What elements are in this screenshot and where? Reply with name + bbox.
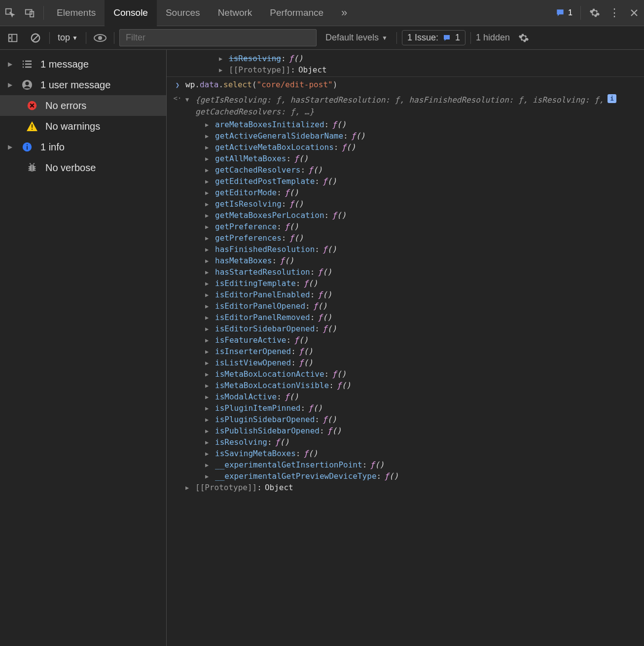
object-summary[interactable]: ▼ {getIsResolving: ƒ, hasStartedResoluti… — [185, 93, 640, 119]
sidebar-item-user-messages[interactable]: ▶ 1 user message — [0, 74, 166, 95]
sidebar-item-errors[interactable]: No errors — [0, 95, 166, 116]
info-badge-icon[interactable]: i — [608, 94, 616, 103]
svg-line-6 — [33, 35, 38, 40]
console-settings-icon[interactable] — [515, 29, 533, 47]
sidebar-item-verbose[interactable]: No verbose — [0, 157, 166, 178]
live-expression-icon[interactable] — [91, 29, 109, 47]
object-property[interactable]: ▶isMetaBoxLocationVisible: ƒ () — [205, 380, 640, 391]
sidebar-item-label: No warnings — [45, 121, 100, 132]
chevron-right-icon: ▶ — [205, 212, 211, 219]
sidebar-item-messages[interactable]: ▶ 1 message — [0, 54, 166, 74]
kebab-menu-icon[interactable]: ⋮ — [605, 0, 624, 26]
object-property[interactable]: ▶isFeatureActive: ƒ () — [205, 334, 640, 346]
info-icon — [21, 141, 34, 153]
object-property[interactable]: ▶isEditorPanelEnabled: ƒ () — [205, 289, 640, 300]
property-name: isEditorPanelRemoved — [215, 313, 310, 322]
chevron-right-icon: ▶ — [205, 178, 211, 185]
sidebar-item-warnings[interactable]: No warnings — [0, 116, 166, 137]
object-property[interactable]: ▶isPluginSidebarOpened: ƒ () — [205, 414, 640, 425]
more-tabs-icon[interactable]: » — [332, 0, 356, 26]
device-toggle-icon[interactable] — [20, 0, 39, 26]
chevron-right-icon: ▶ — [205, 348, 211, 355]
object-property[interactable]: ▶__experimentalGetPreviewDeviceType: ƒ (… — [205, 470, 640, 482]
property-name: isResolving — [229, 54, 281, 63]
hidden-count: 1 hidden — [476, 33, 510, 43]
console-sidebar: ▶ 1 message ▶ 1 user message No errors N… — [0, 50, 167, 646]
close-icon[interactable] — [624, 0, 644, 26]
object-property[interactable]: ▶ [[Prototype]]: Object — [219, 64, 640, 75]
tab-network[interactable]: Network — [209, 0, 261, 26]
settings-icon[interactable] — [585, 0, 605, 26]
object-property[interactable]: ▶hasFinishedResolution: ƒ () — [205, 244, 640, 255]
property-value: ƒ — [332, 211, 337, 220]
chevron-right-icon: ▶ — [219, 67, 225, 73]
filter-input[interactable] — [119, 29, 317, 46]
object-property[interactable]: ▶__experimentalGetInsertionPoint: ƒ () — [205, 459, 640, 470]
console-output[interactable]: ▶ isResolving: ƒ () ▶ [[Prototype]]: Obj… — [167, 50, 644, 646]
inspect-icon[interactable] — [0, 0, 20, 26]
object-property[interactable]: ▶isEditorPanelRemoved: ƒ () — [205, 312, 640, 323]
object-property[interactable]: ▶hasMetaBoxes: ƒ () — [205, 255, 640, 266]
chevron-right-icon: ▶ — [205, 235, 211, 242]
property-value: ƒ — [318, 290, 322, 299]
property-name: isPublishSidebarOpened — [215, 426, 320, 435]
object-property[interactable]: ▶isPluginItemPinned: ƒ () — [205, 402, 640, 414]
svg-point-8 — [98, 36, 102, 40]
messages-badge[interactable]: 1 — [551, 8, 576, 18]
object-property[interactable]: ▶hasStartedResolution: ƒ () — [205, 266, 640, 278]
object-property[interactable]: ▶isEditingTemplate: ƒ () — [205, 278, 640, 289]
object-property[interactable]: ▶getActiveMetaBoxLocations: ƒ () — [205, 142, 640, 153]
object-property[interactable]: ▶isSavingMetaBoxes: ƒ () — [205, 448, 640, 459]
object-property[interactable]: ▶isInserterOpened: ƒ () — [205, 346, 640, 357]
object-property[interactable]: ▶getPreference: ƒ () — [205, 221, 640, 232]
sidebar-toggle-icon[interactable] — [4, 29, 22, 47]
chevron-down-icon: ▼ — [185, 96, 191, 103]
divider — [114, 32, 114, 44]
object-property[interactable]: ▶getAllMetaBoxes: ƒ () — [205, 153, 640, 164]
tab-elements[interactable]: Elements — [48, 0, 105, 26]
tab-performance[interactable]: Performance — [261, 0, 332, 26]
property-name: getPreferences — [215, 233, 282, 243]
context-selector[interactable]: top ▼ — [55, 33, 81, 43]
sidebar-item-label: No errors — [45, 100, 86, 111]
issues-button[interactable]: 1 Issue: 1 — [402, 30, 465, 45]
property-name: isFeatureActive — [215, 335, 286, 345]
object-property[interactable]: ▶getCachedResolvers: ƒ () — [205, 164, 640, 176]
object-property[interactable]: ▶ isResolving: ƒ () — [219, 53, 640, 64]
tab-sources[interactable]: Sources — [157, 0, 209, 26]
tab-console[interactable]: Console — [105, 0, 157, 26]
property-value: ƒ — [322, 415, 327, 424]
sidebar-item-info[interactable]: ▶ 1 info — [0, 137, 166, 157]
object-property[interactable]: ▶getEditorMode: ƒ () — [205, 187, 640, 198]
input-prompt-icon: ❯ — [171, 80, 184, 89]
object-property[interactable]: ▶isEditorPanelOpened: ƒ () — [205, 300, 640, 312]
divider — [396, 32, 397, 44]
property-value: ƒ — [318, 267, 322, 277]
property-value: ƒ — [322, 324, 327, 333]
object-property[interactable]: ▶isPublishSidebarOpened: ƒ () — [205, 425, 640, 436]
object-property[interactable]: ▶isListViewOpened: ƒ () — [205, 357, 640, 368]
object-property[interactable]: ▶getPreferences: ƒ () — [205, 232, 640, 244]
chevron-right-icon: ▶ — [8, 144, 14, 150]
object-property[interactable]: ▶isMetaBoxLocationActive: ƒ () — [205, 368, 640, 380]
property-name: isEditorPanelOpened — [215, 301, 305, 311]
chevron-down-icon: ▼ — [382, 35, 388, 41]
property-value: Object — [265, 483, 293, 492]
object-property[interactable]: ▶getMetaBoxesPerLocation: ƒ () — [205, 210, 640, 221]
object-property[interactable]: ▶getActiveGeneralSidebarName: ƒ () — [205, 130, 640, 142]
object-property[interactable]: ▶getEditedPostTemplate: ƒ () — [205, 176, 640, 187]
object-property[interactable]: ▶getIsResolving: ƒ () — [205, 198, 640, 210]
object-property[interactable]: ▶areMetaBoxesInitialized: ƒ () — [205, 119, 640, 130]
log-levels-selector[interactable]: Default levels ▼ — [322, 33, 392, 43]
property-value: ƒ — [303, 279, 308, 288]
property-name: isSavingMetaBoxes — [215, 449, 296, 458]
sidebar-item-label: 1 info — [40, 142, 65, 153]
property-name: isListViewOpened — [215, 358, 291, 367]
object-property[interactable]: ▶isResolving: ƒ () — [205, 436, 640, 448]
chevron-right-icon: ▶ — [205, 155, 211, 162]
object-property[interactable]: ▶isEditorSidebarOpened: ƒ () — [205, 323, 640, 334]
object-property[interactable]: ▶isModalActive: ƒ () — [205, 391, 640, 402]
clear-console-icon[interactable] — [27, 29, 44, 47]
chevron-right-icon: ▶ — [205, 121, 211, 128]
object-property[interactable]: ▶ [[Prototype]]: Object — [167, 482, 640, 493]
